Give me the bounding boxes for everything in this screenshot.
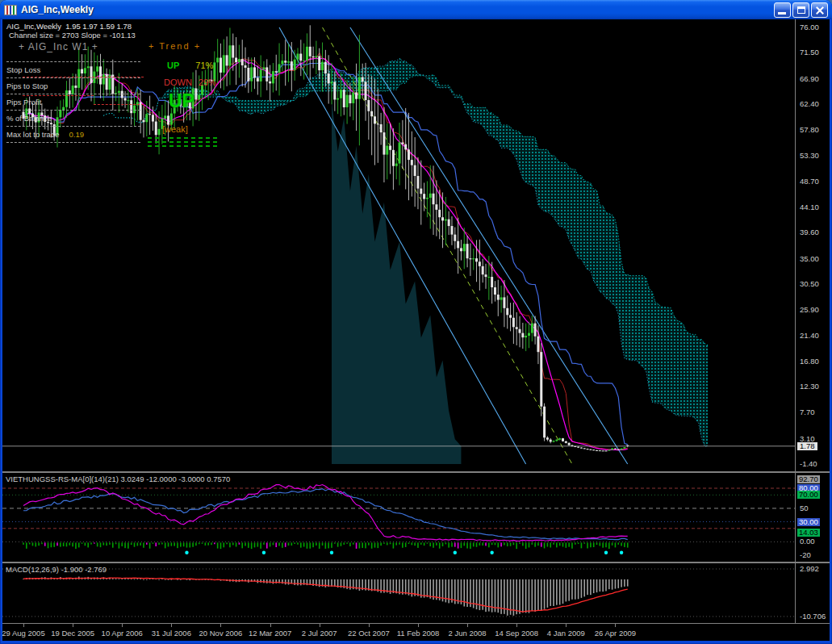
candle-body <box>604 450 607 451</box>
rs-hist-bar <box>297 542 299 544</box>
candle-body <box>281 61 283 64</box>
rs-hist-bar <box>180 542 182 546</box>
rs-hist-bar <box>566 542 567 547</box>
rs-indicator-canvas[interactable] <box>2 473 795 562</box>
time-axis-label: 20 Nov 2006 <box>199 629 243 638</box>
candle-body <box>438 210 441 217</box>
rs-hist-bar <box>319 542 320 549</box>
rs-hist-bar <box>316 542 317 546</box>
candle-body <box>370 111 373 116</box>
restore-button[interactable] <box>792 2 809 18</box>
candle-body <box>167 115 169 124</box>
rs-hist-bar <box>85 542 86 546</box>
macd-hist-bar <box>525 579 527 613</box>
rs-hist-bar <box>161 542 163 544</box>
rs-hist-bar <box>69 542 71 545</box>
macd-hist-bar <box>134 579 136 579</box>
rs-hist-bar <box>500 542 502 546</box>
macd-histogram <box>23 577 628 616</box>
candle-body <box>291 61 293 70</box>
macd-scale[interactable]: 2.992-10.706 <box>795 563 830 623</box>
candle-body <box>401 142 403 144</box>
candle-body <box>365 82 367 100</box>
trend-up-row: UP71% <box>167 61 213 70</box>
macd-hist-bar <box>627 579 629 587</box>
time-axis-tick <box>467 624 468 627</box>
rs-hist-bar <box>387 542 388 545</box>
close-button[interactable] <box>811 2 828 18</box>
rs-hist-bar <box>153 542 154 543</box>
rs-hist-bar <box>504 542 505 545</box>
rs-hist-bar <box>590 542 592 547</box>
macd-hist-bar <box>458 579 459 604</box>
rs-hist-bar <box>383 542 385 543</box>
rs-hist-bar <box>115 542 117 544</box>
rs-hist-bar <box>241 542 243 548</box>
candle-body <box>433 194 435 204</box>
candle-body <box>614 449 617 450</box>
macd-hist-bar <box>559 579 561 605</box>
macd-hist-bar <box>405 579 407 595</box>
candle-body <box>580 448 583 449</box>
restore-icon <box>797 6 805 14</box>
main-chart-pane[interactable]: 76.0071.5066.9062.4057.8053.3048.7044.10… <box>2 19 830 471</box>
candle-body <box>435 204 437 210</box>
candle-body <box>395 164 398 166</box>
rs-hist-bar <box>48 542 49 548</box>
price-scale-label: 12.30 <box>800 383 819 391</box>
rs-hist-bar <box>232 542 234 545</box>
candle-body <box>352 92 354 103</box>
rs-hist-bar <box>491 542 493 545</box>
macd-hist-bar <box>562 579 564 604</box>
macd-hist-bar <box>615 579 617 589</box>
macd-hist-bar <box>461 579 462 604</box>
rs-hist-bar <box>534 542 536 546</box>
rs-hist-bar <box>282 542 283 547</box>
rs-indicator-pane[interactable]: 92.7080.0070.005030.0014.030.00-20 VIETH… <box>2 473 830 562</box>
time-axis[interactable]: 29 Aug 200519 Dec 200510 Apr 200631 Jul … <box>2 623 830 641</box>
macd-hist-bar <box>529 579 530 613</box>
rs-hist-bar <box>608 542 610 549</box>
macd-pane[interactable]: 2.992-10.706 MACD(12,26,9) -1.900 -2.769 <box>2 563 830 623</box>
macd-canvas[interactable] <box>2 563 795 623</box>
macd-hist-bar <box>600 579 601 592</box>
rs-hist-bar <box>260 542 261 548</box>
rs-hist-bar <box>334 542 336 543</box>
macd-hist-bar <box>544 579 546 609</box>
rs-hist-bar <box>158 542 160 545</box>
macd-hist-bar <box>612 579 613 590</box>
rs-hist-bar <box>82 542 83 543</box>
rs-hist-bar <box>544 542 546 548</box>
candle-body <box>441 217 444 220</box>
trend-down-row: DOWN29% <box>164 77 216 87</box>
candle-body <box>528 333 530 336</box>
rs-hist-bar <box>87 542 89 547</box>
panel-row-pips-to-stop: Pips to Stop <box>6 78 140 94</box>
rs-hist-bar <box>537 542 539 546</box>
rs-hist-bar <box>328 542 329 548</box>
rs-hist-bar <box>325 542 327 549</box>
trend-up-label: UP <box>167 61 179 70</box>
macd-hist-bar <box>463 579 465 607</box>
macd-hist-bar <box>617 579 619 588</box>
rs-hist-bar <box>553 542 554 544</box>
rs-hist-bar <box>245 542 246 546</box>
macd-hist-bar <box>581 579 583 598</box>
rs-indicator-scale[interactable]: 92.7080.0070.005030.0014.030.00-20 <box>795 473 830 562</box>
macd-hist-bar <box>516 579 517 614</box>
rs-hist-bar <box>134 542 136 546</box>
main-price-scale[interactable]: 76.0071.5066.9062.4057.8053.3048.7044.10… <box>795 19 830 471</box>
window-titlebar[interactable]: AIG_Inc,Weekly <box>0 0 832 19</box>
candle-body <box>142 120 144 123</box>
time-axis-label: 19 Dec 2005 <box>51 629 94 638</box>
macd-scale-label: -10.706 <box>800 613 826 621</box>
candle-body <box>349 95 351 103</box>
minimize-button[interactable] <box>774 2 791 18</box>
panel-row-stop-loss: Stop Loss <box>6 62 140 78</box>
candle-body <box>389 146 391 150</box>
rs-hist-bar <box>140 542 141 545</box>
rs-hist-bar <box>288 542 290 546</box>
rs-hist-bar <box>600 542 601 546</box>
macd-hist-bar <box>165 579 166 580</box>
macd-hist-bar <box>534 579 536 612</box>
